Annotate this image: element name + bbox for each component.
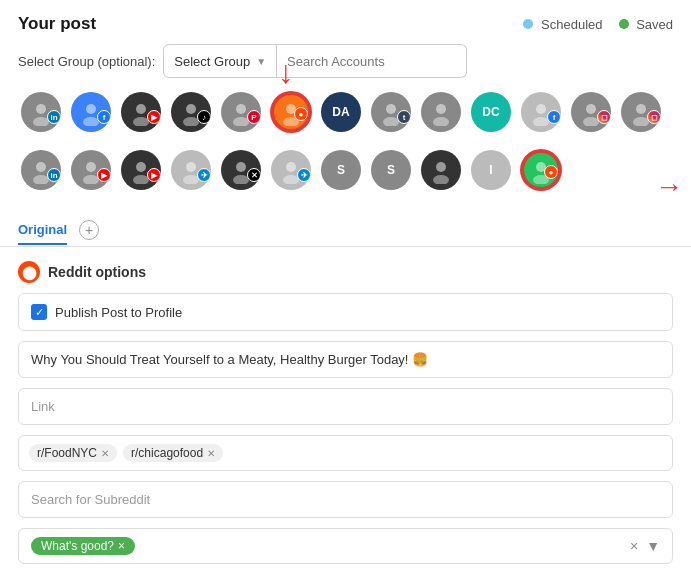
- instagram-badge: ◻: [597, 110, 611, 124]
- publish-to-profile-row[interactable]: ✓ Publish Post to Profile: [18, 293, 673, 331]
- svg-point-28: [186, 162, 196, 172]
- tabs-row: Original +: [0, 212, 691, 247]
- svg-point-18: [586, 104, 596, 114]
- reddit-badge: ●: [544, 165, 558, 179]
- flair-dropdown[interactable]: What's good? × × ▼: [18, 528, 673, 564]
- account-avatar[interactable]: [418, 92, 464, 146]
- linkedin-badge: in: [47, 168, 61, 182]
- svg-point-4: [136, 104, 146, 114]
- reddit-icon: ⬤: [18, 261, 40, 283]
- chevron-down-icon[interactable]: ▼: [646, 538, 660, 554]
- publish-label: Publish Post to Profile: [55, 305, 182, 320]
- accounts-grid: in f ▶ ♪ P ●DA t DC f ◻: [0, 88, 691, 212]
- svg-point-22: [36, 162, 46, 172]
- account-avatar[interactable]: ◻: [618, 92, 664, 146]
- facebook-badge: f: [97, 110, 111, 124]
- account-avatar[interactable]: f: [68, 92, 114, 146]
- account-avatar[interactable]: ♪: [168, 92, 214, 146]
- account-avatar[interactable]: S: [318, 150, 364, 204]
- add-tab-button[interactable]: +: [79, 220, 99, 240]
- account-avatar[interactable]: ✕: [218, 150, 264, 204]
- svg-point-26: [136, 162, 146, 172]
- account-avatar[interactable]: ●: [518, 150, 564, 204]
- account-avatar[interactable]: ✈: [168, 150, 214, 204]
- youtube-badge: ▶: [97, 168, 111, 182]
- account-avatar[interactable]: ●: [268, 92, 314, 146]
- svg-point-8: [236, 104, 246, 114]
- page-header: Your post Scheduled Saved: [0, 0, 691, 44]
- svg-point-20: [636, 104, 646, 114]
- account-avatar[interactable]: DA: [318, 92, 364, 146]
- account-avatar[interactable]: t: [368, 92, 414, 146]
- account-avatar[interactable]: DC: [468, 92, 514, 146]
- linkedin-badge: in: [47, 110, 61, 124]
- link-placeholder: Link: [31, 399, 55, 414]
- account-avatar[interactable]: P: [218, 92, 264, 146]
- post-title-text: Why You Should Treat Yourself to a Meaty…: [31, 352, 428, 367]
- svg-point-6: [186, 104, 196, 114]
- twitter-badge: ✕: [247, 168, 261, 182]
- select-group-button[interactable]: Select Group ▼: [163, 44, 277, 78]
- account-avatar[interactable]: in: [18, 150, 64, 204]
- reddit-options-header: ⬤ Reddit options: [18, 261, 673, 283]
- instagram-badge: ◻: [647, 110, 661, 124]
- scheduled-dot: [523, 19, 533, 29]
- svg-point-2: [86, 104, 96, 114]
- flair-tag: What's good? ×: [31, 537, 135, 555]
- account-avatar[interactable]: S: [368, 150, 414, 204]
- filter-label: Select Group (optional):: [18, 54, 155, 69]
- subreddit-search-field[interactable]: Search for Subreddit: [18, 481, 673, 518]
- search-accounts-input[interactable]: [277, 44, 467, 78]
- saved-dot: [619, 19, 629, 29]
- svg-point-24: [86, 162, 96, 172]
- remove-tag-foodnye[interactable]: ✕: [101, 448, 109, 459]
- main-content: ⬤ Reddit options ✓ Publish Post to Profi…: [0, 247, 691, 578]
- chevron-down-icon: ▼: [256, 56, 266, 67]
- svg-point-0: [36, 104, 46, 114]
- post-title-field[interactable]: Why You Should Treat Yourself to a Meaty…: [18, 341, 673, 378]
- account-avatar[interactable]: [418, 150, 464, 204]
- svg-point-14: [436, 104, 446, 114]
- account-avatar[interactable]: ▶: [118, 92, 164, 146]
- account-avatar[interactable]: f: [518, 92, 564, 146]
- svg-point-12: [386, 104, 396, 114]
- pinterest-badge: P: [247, 110, 261, 124]
- account-avatar[interactable]: ▶: [118, 150, 164, 204]
- svg-point-15: [433, 117, 449, 126]
- remove-tag-chicagofood[interactable]: ✕: [207, 448, 215, 459]
- account-avatar[interactable]: ✈: [268, 150, 314, 204]
- dropdown-controls: × ▼: [630, 538, 660, 554]
- account-avatar[interactable]: I: [468, 150, 514, 204]
- flair-close-icon[interactable]: ×: [118, 539, 125, 553]
- clear-icon[interactable]: ×: [630, 538, 638, 554]
- svg-point-32: [286, 162, 296, 172]
- youtube-badge: ▶: [147, 110, 161, 124]
- link-field[interactable]: Link: [18, 388, 673, 425]
- page-title: Your post: [18, 14, 96, 34]
- facebook-badge: f: [547, 110, 561, 124]
- tag-foodnye[interactable]: r/FoodNYC ✕: [29, 444, 117, 462]
- tiktok-badge: ♪: [197, 110, 211, 124]
- filter-row: Select Group (optional): Select Group ▼: [0, 44, 691, 88]
- saved-status: Saved: [619, 17, 674, 32]
- tumblr-badge: t: [397, 110, 411, 124]
- reddit-badge: ●: [294, 107, 308, 121]
- tab-original[interactable]: Original: [18, 222, 67, 245]
- account-avatar[interactable]: ◻: [568, 92, 614, 146]
- publish-checkbox[interactable]: ✓: [31, 304, 47, 320]
- svg-point-34: [436, 162, 446, 172]
- svg-point-30: [236, 162, 246, 172]
- scheduled-status: Scheduled: [523, 17, 602, 32]
- account-avatar[interactable]: in: [18, 92, 64, 146]
- tag-chicagofood[interactable]: r/chicagofood ✕: [123, 444, 223, 462]
- reddit-options-title: Reddit options: [48, 264, 146, 280]
- select-group-label: Select Group: [174, 54, 250, 69]
- svg-point-16: [536, 104, 546, 114]
- subreddit-placeholder: Search for Subreddit: [31, 492, 150, 507]
- status-row: Scheduled Saved: [523, 17, 673, 32]
- telegram-badge: ✈: [297, 168, 311, 182]
- telegram-badge: ✈: [197, 168, 211, 182]
- tags-row: r/FoodNYC ✕ r/chicagofood ✕: [18, 435, 673, 471]
- account-avatar[interactable]: ▶: [68, 150, 114, 204]
- youtube-badge: ▶: [147, 168, 161, 182]
